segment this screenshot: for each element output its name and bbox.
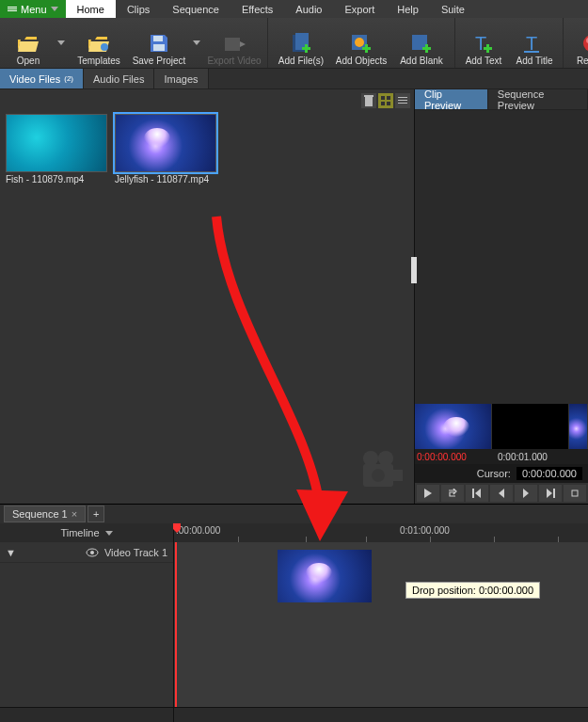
chevron-down-icon bbox=[105, 531, 113, 536]
svg-point-7 bbox=[355, 38, 364, 47]
tab-home[interactable]: Home bbox=[66, 0, 116, 18]
thumb-image bbox=[6, 114, 107, 172]
svg-point-32 bbox=[90, 551, 94, 554]
goto-end-button[interactable] bbox=[539, 485, 562, 502]
media-thumb[interactable]: Fish - 110879.mp4 bbox=[6, 114, 109, 185]
svg-point-12 bbox=[583, 35, 588, 52]
timeline-toolbar[interactable]: Timeline bbox=[0, 523, 174, 542]
thumb-label: Fish - 110879.mp4 bbox=[6, 174, 109, 185]
step-back-button[interactable] bbox=[490, 485, 513, 502]
save-project-button[interactable]: Save Project bbox=[130, 19, 188, 68]
sequence-tab[interactable]: Sequence 1 × bbox=[4, 505, 86, 522]
preview-viewport bbox=[415, 110, 588, 404]
svg-rect-19 bbox=[387, 102, 390, 105]
svg-rect-21 bbox=[398, 100, 407, 101]
export-icon bbox=[223, 33, 246, 54]
main-menu-button[interactable]: Menu bbox=[0, 0, 66, 18]
add-sequence-button[interactable]: + bbox=[87, 505, 104, 522]
filetab-video[interactable]: Video Files (2) bbox=[0, 69, 84, 88]
playhead-line bbox=[175, 542, 177, 707]
video-track-header[interactable]: ▼ Video Track 1 bbox=[0, 542, 173, 563]
cursor-value: 0:00:00.000 bbox=[516, 467, 582, 480]
preview-tab-sequence[interactable]: Sequence Preview bbox=[488, 89, 588, 109]
preview-filmstrip[interactable] bbox=[415, 404, 588, 449]
drop-tooltip: Drop position: 0:00:00.000 bbox=[405, 582, 540, 599]
svg-point-26 bbox=[372, 469, 385, 482]
svg-rect-11 bbox=[524, 51, 539, 53]
collapse-icon[interactable]: ▼ bbox=[6, 547, 16, 558]
svg-rect-18 bbox=[381, 102, 385, 105]
tab-export[interactable]: Export bbox=[333, 0, 386, 18]
add-text-button[interactable]: T Add Text bbox=[459, 19, 508, 68]
svg-text:T: T bbox=[526, 33, 537, 54]
templates-button[interactable]: Templates bbox=[70, 19, 128, 68]
hamburger-icon bbox=[8, 7, 17, 11]
svg-rect-30 bbox=[572, 490, 578, 496]
tab-suite[interactable]: Suite bbox=[430, 0, 476, 18]
text-icon: T bbox=[472, 33, 495, 54]
dragged-clip[interactable] bbox=[278, 550, 372, 602]
svg-rect-22 bbox=[398, 103, 407, 104]
filetab-audio[interactable]: Audio Files bbox=[84, 69, 154, 88]
media-thumb[interactable]: Jellyfish - 110877.mp4 bbox=[115, 114, 218, 185]
add-title-button[interactable]: T Add Title bbox=[510, 19, 559, 68]
record-icon bbox=[580, 33, 588, 54]
open-split[interactable] bbox=[55, 19, 68, 68]
menu-label: Menu bbox=[21, 4, 47, 15]
camera-watermark-icon bbox=[358, 449, 405, 494]
svg-rect-20 bbox=[398, 97, 407, 98]
add-blank-icon bbox=[410, 33, 433, 54]
timeline-ruler[interactable]: :00:00.000 0:01:00.000 bbox=[174, 523, 588, 542]
svg-point-23 bbox=[363, 451, 378, 466]
preview-time-ruler: 0:00:00.000 0:00:01.000 bbox=[415, 449, 588, 464]
add-blank-button[interactable]: Add Blank bbox=[392, 19, 451, 68]
play-button[interactable] bbox=[417, 485, 439, 502]
title-icon: T bbox=[523, 33, 546, 54]
tab-audio[interactable]: Audio bbox=[284, 0, 333, 18]
open-button[interactable]: Open bbox=[4, 19, 53, 68]
folder-templates-icon bbox=[87, 33, 110, 54]
eye-icon[interactable] bbox=[86, 548, 99, 557]
step-fwd-button[interactable] bbox=[515, 485, 537, 502]
loop-button[interactable] bbox=[441, 485, 464, 502]
panel-resize-handle[interactable] bbox=[411, 257, 417, 283]
save-split[interactable] bbox=[190, 19, 203, 68]
tab-effects[interactable]: Effects bbox=[230, 0, 284, 18]
bin-thumbs-view[interactable] bbox=[378, 93, 393, 108]
cursor-row: Cursor: 0:00:00.000 bbox=[415, 464, 588, 483]
add-files-icon bbox=[290, 33, 312, 54]
svg-rect-1 bbox=[153, 36, 163, 41]
media-bin: Fish - 110879.mp4 Jellyfish - 110877.mp4 bbox=[0, 89, 415, 504]
goto-start-button[interactable] bbox=[466, 485, 488, 502]
svg-rect-28 bbox=[472, 489, 474, 498]
add-files-button[interactable]: Add File(s) bbox=[272, 19, 330, 68]
svg-rect-15 bbox=[364, 95, 373, 97]
track-label: Video Track 1 bbox=[104, 547, 167, 558]
svg-point-0 bbox=[101, 43, 108, 51]
svg-rect-16 bbox=[381, 96, 385, 100]
save-icon bbox=[148, 33, 170, 54]
folder-open-icon bbox=[17, 33, 40, 54]
filetab-images[interactable]: Images bbox=[154, 69, 208, 88]
bin-list-view[interactable] bbox=[395, 93, 410, 108]
close-icon[interactable]: × bbox=[72, 508, 77, 520]
svg-rect-27 bbox=[393, 470, 403, 481]
export-video-button[interactable]: Export Video bbox=[205, 19, 263, 68]
bin-delete-button[interactable] bbox=[361, 93, 376, 108]
svg-rect-2 bbox=[153, 44, 165, 51]
svg-text:T: T bbox=[475, 33, 486, 54]
transport-more-button[interactable] bbox=[564, 485, 586, 502]
thumb-label: Jellyfish - 110877.mp4 bbox=[115, 174, 218, 185]
tab-clips[interactable]: Clips bbox=[116, 0, 161, 18]
record-button[interactable]: Record bbox=[567, 19, 588, 68]
thumb-image bbox=[115, 114, 216, 172]
add-objects-button[interactable]: Add Objects bbox=[332, 19, 390, 68]
tab-sequence[interactable]: Sequence bbox=[161, 0, 230, 18]
svg-rect-14 bbox=[365, 97, 373, 106]
svg-rect-3 bbox=[225, 38, 240, 51]
timeline-track-body[interactable]: Drop position: 0:00:00.000 bbox=[174, 542, 588, 707]
tab-help[interactable]: Help bbox=[386, 0, 430, 18]
preview-tab-clip[interactable]: Clip Preview bbox=[415, 89, 488, 109]
chevron-down-icon bbox=[51, 7, 58, 11]
add-objects-icon bbox=[350, 33, 373, 54]
